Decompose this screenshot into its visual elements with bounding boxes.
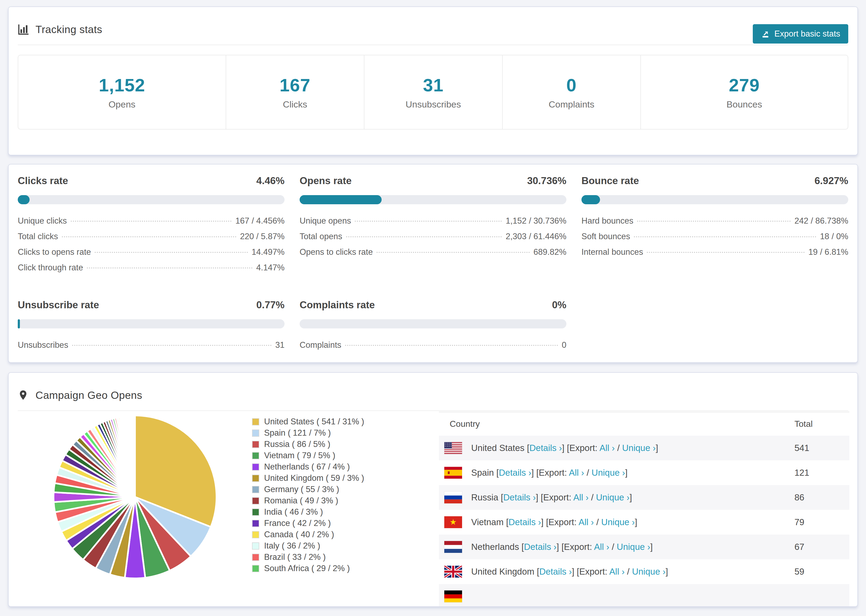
legend-item-nl: Netherlands ( 67 / 4% ) <box>252 461 364 473</box>
table-row-es: Spain [Details ›] [Export: All › / Uniqu… <box>439 460 849 485</box>
export-all-link[interactable]: All › <box>569 468 584 478</box>
rate-value: 4.46% <box>256 175 285 187</box>
country-name: United Kingdom [ <box>471 567 539 577</box>
country-cell: United States [Details ›] [Export: All ›… <box>471 443 658 453</box>
rate-progress-track <box>18 319 285 328</box>
legend-label: Vietnam ( 79 / 5% ) <box>264 451 335 460</box>
export-icon <box>761 29 770 38</box>
rate-detail-row: Clicks to opens rate14.497% <box>18 247 285 263</box>
table-row-ru: Russia [Details ›] [Export: All › / Uniq… <box>439 485 849 510</box>
rate-detail-row: Complaints0 <box>299 340 567 356</box>
total-value: 121 <box>794 468 809 478</box>
rate-title: Opens rate <box>299 175 351 187</box>
country-cell: Spain [Details ›] [Export: All › / Uniqu… <box>471 468 627 478</box>
closing-bracket: ] <box>625 468 627 478</box>
es-flag-icon <box>444 467 462 479</box>
export-unique-link[interactable]: Unique › <box>617 542 650 552</box>
rate-detail-label: Opens to clicks rate <box>299 247 373 257</box>
rate-block-bounce-rate: Bounce rate6.927%Hard bounces242 / 86.73… <box>581 175 848 278</box>
slash-separator: / <box>615 443 622 453</box>
export-unique-link[interactable]: Unique › <box>596 492 630 502</box>
rate-detail-row: Internal bounces19 / 6.81% <box>581 247 848 263</box>
legend-label: Russia ( 86 / 5% ) <box>264 439 330 449</box>
export-all-link[interactable]: All › <box>573 492 589 502</box>
rate-progress-track <box>581 195 848 204</box>
geo-title: Campaign Geo Opens <box>36 390 142 401</box>
legend-item-ca: Canada ( 40 / 2% ) <box>252 529 364 540</box>
export-all-link[interactable]: All › <box>594 542 609 552</box>
export-label: ] [Export: <box>541 517 578 527</box>
legend-label: United Kingdom ( 59 / 3% ) <box>264 473 364 483</box>
export-basic-stats-button[interactable]: Export basic stats <box>753 24 848 44</box>
stat-value: 279 <box>729 75 760 96</box>
rate-progress-fill <box>18 319 20 328</box>
country-cell: United Kingdom [Details ›] [Export: All … <box>471 567 668 577</box>
export-unique-link[interactable]: Unique › <box>632 567 666 577</box>
details-link[interactable]: Details › <box>539 567 572 577</box>
legend-item-de: Germany ( 55 / 3% ) <box>252 484 364 495</box>
country-column-header: Country <box>450 419 480 429</box>
total-value: 79 <box>794 517 805 527</box>
legend-item-es: Spain ( 121 / 7% ) <box>252 427 364 438</box>
stats-summary-row: 1,152Opens167Clicks31Unsubscribes0Compla… <box>18 55 848 130</box>
export-unique-link[interactable]: Unique › <box>622 443 656 453</box>
details-link[interactable]: Details › <box>529 443 562 453</box>
total-column-header: Total <box>794 419 813 429</box>
export-unique-link[interactable]: Unique › <box>592 468 625 478</box>
rates-card: Clicks rate4.46%Unique clicks167 / 4.456… <box>8 164 858 363</box>
legend-label: Brazil ( 33 / 2% ) <box>264 552 326 562</box>
rate-detail-value: 2,303 / 61.446% <box>505 232 567 241</box>
total-value: 541 <box>794 443 809 453</box>
rate-header: Opens rate30.736% <box>299 175 567 187</box>
legend-label: Italy ( 36 / 2% ) <box>264 541 320 551</box>
table-row-vn: Vietnam [Details ›] [Export: All › / Uni… <box>439 510 849 534</box>
stat-box-unsubscribes: 31Unsubscribes <box>364 55 502 129</box>
rate-detail-label: Total opens <box>299 232 342 241</box>
legend-swatch <box>252 475 259 482</box>
stat-label: Clicks <box>283 99 307 110</box>
rate-title: Clicks rate <box>18 175 68 187</box>
table-row-gb: United Kingdom [Details ›] [Export: All … <box>439 559 849 584</box>
table-row-nl: Netherlands [Details ›] [Export: All › /… <box>439 534 849 559</box>
slash-separator: / <box>625 567 632 577</box>
export-unique-link[interactable]: Unique › <box>601 517 635 527</box>
legend-label: Germany ( 55 / 3% ) <box>264 485 339 494</box>
closing-bracket: ] <box>656 443 658 453</box>
legend-item-vn: Vietnam ( 79 / 5% ) <box>252 450 364 461</box>
stat-label: Complaints <box>549 99 594 110</box>
dotted-leader <box>62 236 236 237</box>
rate-detail-label: Internal bounces <box>581 247 643 257</box>
total-value: 67 <box>794 542 805 552</box>
stat-value: 1,152 <box>99 75 145 96</box>
stat-value: 0 <box>567 75 576 96</box>
rate-detail-value: 0 <box>562 340 567 350</box>
dotted-leader <box>345 345 558 346</box>
rate-block-clicks-rate: Clicks rate4.46%Unique clicks167 / 4.456… <box>18 175 285 278</box>
details-link[interactable]: Details › <box>503 492 536 502</box>
rate-progress-track <box>299 319 567 328</box>
details-link[interactable]: Details › <box>499 468 531 478</box>
dotted-leader <box>376 252 529 253</box>
export-all-link[interactable]: All › <box>609 567 625 577</box>
legend-swatch <box>252 554 259 561</box>
pie-legend: United States ( 541 / 31% )Spain ( 121 /… <box>252 416 364 574</box>
slash-separator: / <box>584 468 592 478</box>
legend-swatch <box>252 509 259 516</box>
legend-label: Romania ( 49 / 3% ) <box>264 496 339 506</box>
dotted-leader <box>72 345 272 346</box>
legend-swatch <box>252 464 259 471</box>
details-link[interactable]: Details › <box>509 517 541 527</box>
stat-label: Unsubscribes <box>406 99 461 110</box>
export-all-link[interactable]: All › <box>578 517 594 527</box>
rate-value: 0% <box>552 299 567 311</box>
gb-flag-icon <box>444 566 462 578</box>
legend-label: Spain ( 121 / 7% ) <box>264 428 331 438</box>
rate-block-opens-rate: Opens rate30.736%Unique opens1,152 / 30.… <box>299 175 567 278</box>
tracking-stats-header: Tracking stats <box>18 7 848 45</box>
rate-detail-label: Total clicks <box>18 232 58 241</box>
export-all-link[interactable]: All › <box>600 443 615 453</box>
rate-title: Complaints rate <box>299 299 375 311</box>
details-link[interactable]: Details › <box>524 542 556 552</box>
export-label: ] [Export: <box>531 468 569 478</box>
country-cell: Netherlands [Details ›] [Export: All › /… <box>471 542 653 552</box>
